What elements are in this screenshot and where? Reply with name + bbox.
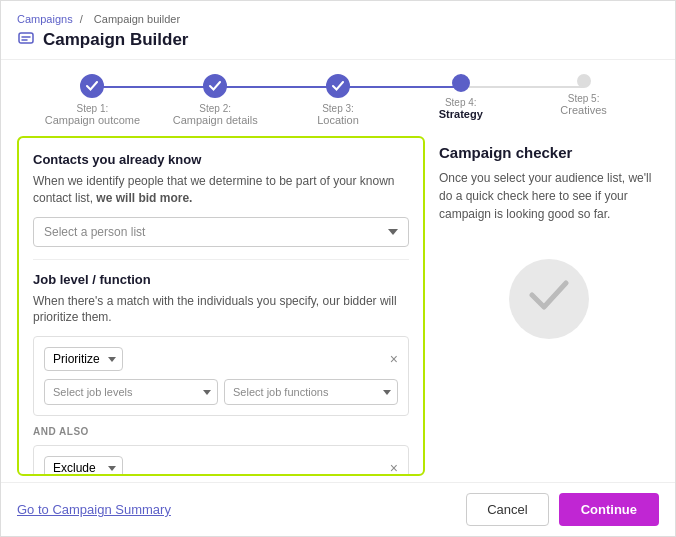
step-3-circle xyxy=(326,74,350,98)
job-group-1: Prioritize Exclude × Select job levels S… xyxy=(33,336,409,416)
checker-icon-area xyxy=(439,239,659,359)
right-panel: Campaign checker Once you select your au… xyxy=(439,136,659,482)
main-content: Contacts you already know When we identi… xyxy=(1,136,675,482)
step-2-circle xyxy=(203,74,227,98)
header: Campaigns / Campaign builder Campaign Bu… xyxy=(1,1,675,60)
job-section-desc: When there's a match with the individual… xyxy=(33,293,409,327)
step-2: Step 2: Campaign details xyxy=(154,74,277,126)
job-functions-select-1[interactable]: Select job functions xyxy=(224,379,398,405)
page-wrapper: Campaigns / Campaign builder Campaign Bu… xyxy=(0,0,676,537)
page-title: Campaign Builder xyxy=(43,30,188,50)
step-5-label: Step 5: Creatives xyxy=(560,93,606,116)
contacts-title: Contacts you already know xyxy=(33,152,409,167)
breadcrumb: Campaigns / Campaign builder xyxy=(17,13,659,25)
checker-checkmark-icon xyxy=(529,278,569,320)
priority-select-1[interactable]: Prioritize Exclude xyxy=(44,347,123,371)
step-1-circle xyxy=(80,74,104,98)
continue-button[interactable]: Continue xyxy=(559,493,659,526)
footer: Go to Campaign Summary Cancel Continue xyxy=(1,482,675,536)
cancel-button[interactable]: Cancel xyxy=(466,493,548,526)
breadcrumb-current: Campaign builder xyxy=(94,13,180,25)
job-section-title: Job level / function xyxy=(33,272,409,287)
footer-right: Cancel Continue xyxy=(466,493,659,526)
svg-rect-0 xyxy=(19,33,33,43)
left-panel: Contacts you already know When we identi… xyxy=(17,136,425,476)
priority-select-2[interactable]: Prioritize Exclude xyxy=(44,456,123,476)
checker-title: Campaign checker xyxy=(439,144,659,161)
step-3: Step 3: Location xyxy=(277,74,400,126)
contacts-desc: When we identify people that we determin… xyxy=(33,173,409,207)
and-also-label: AND ALSO xyxy=(33,426,409,437)
close-group-1-button[interactable]: × xyxy=(390,352,398,366)
step-1: Step 1: Campaign outcome xyxy=(31,74,154,126)
step-4-circle xyxy=(452,74,470,92)
step-5: Step 5: Creatives xyxy=(522,74,645,116)
breadcrumb-campaigns[interactable]: Campaigns xyxy=(17,13,73,25)
go-to-summary-button[interactable]: Go to Campaign Summary xyxy=(17,502,171,517)
checker-desc: Once you select your audience list, we'l… xyxy=(439,169,659,223)
section-divider xyxy=(33,259,409,260)
job-selects-row-1: Select job levels Select job functions xyxy=(44,379,398,405)
job-levels-select-1[interactable]: Select job levels xyxy=(44,379,218,405)
campaign-icon xyxy=(17,29,35,51)
close-group-2-button[interactable]: × xyxy=(390,461,398,475)
job-group-1-header: Prioritize Exclude × xyxy=(44,347,398,371)
step-4-label: Step 4: Strategy xyxy=(439,97,483,120)
step-2-label: Step 2: Campaign details xyxy=(173,103,258,126)
step-4: Step 4: Strategy xyxy=(399,74,522,120)
person-list-select[interactable]: Select a person list xyxy=(33,217,409,247)
step-1-label: Step 1: Campaign outcome xyxy=(45,103,140,126)
stepper: Step 1: Campaign outcome Step 2: Campaig… xyxy=(1,60,675,136)
step-3-label: Step 3: Location xyxy=(317,103,359,126)
job-group-2-header: Prioritize Exclude × xyxy=(44,456,398,476)
breadcrumb-separator: / xyxy=(80,13,83,25)
job-group-2: Prioritize Exclude × Select job levels S… xyxy=(33,445,409,476)
page-title-row: Campaign Builder xyxy=(17,29,659,51)
checker-checkmark-circle xyxy=(509,259,589,339)
step-5-circle xyxy=(577,74,591,88)
